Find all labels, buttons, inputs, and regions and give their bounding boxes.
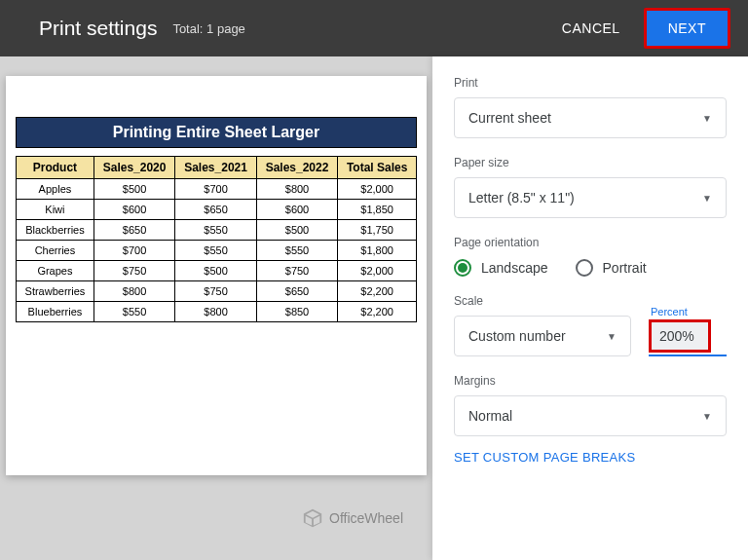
table-cell: $500 [94,179,174,200]
table-cell: Apples [17,179,94,200]
margins-label: Margins [454,374,727,388]
table-cell: $600 [94,200,174,220]
table-cell: $1,850 [338,200,417,220]
table-cell: $700 [175,179,256,200]
table-cell: $800 [256,179,337,200]
table-cell: $550 [94,302,174,322]
table-row: Apples$500$700$800$2,000 [17,179,417,200]
table-cell: $650 [94,220,174,241]
table-cell: $2,200 [338,281,417,302]
print-preview-area: Printing Entire Sheet Larger ProductSale… [0,56,432,560]
percent-label: Percent [651,306,688,317]
scale-dropdown[interactable]: Custom number ▼ [454,316,631,356]
table-cell: $800 [175,302,256,322]
cancel-button[interactable]: CANCEL [546,13,636,44]
print-dropdown[interactable]: Current sheet ▼ [454,97,727,138]
table-cell: $850 [256,302,337,322]
table-cell: $2,000 [338,261,417,281]
table-cell: Blackberries [17,220,94,241]
portrait-label: Portrait [603,260,647,276]
table-cell: $500 [175,261,256,281]
chevron-down-icon: ▼ [607,331,617,342]
radio-checked-icon [454,259,471,277]
table-row: Grapes$750$500$750$2,000 [17,261,417,281]
column-header: Total Sales [338,157,417,179]
table-cell: $1,800 [338,241,417,261]
orientation-landscape-radio[interactable]: Landscape [454,259,548,277]
preview-table: ProductSales_2020Sales_2021Sales_2022Tot… [16,156,417,322]
table-cell: $2,200 [338,302,417,322]
column-header: Product [17,157,94,179]
table-cell: $750 [94,261,174,281]
paper-size-value: Letter (8.5" x 11") [468,190,575,205]
table-cell: $700 [94,241,174,261]
table-cell: $750 [256,261,337,281]
logo-icon [302,507,323,529]
paper-size-label: Paper size [454,156,727,169]
table-row: Blueberries$550$800$850$2,200 [17,302,417,322]
table-row: Cherries$700$550$550$1,800 [17,241,417,261]
column-header: Sales_2020 [94,157,174,179]
table-cell: $2,000 [338,179,417,200]
table-cell: Strawberries [17,281,94,302]
table-cell: $750 [175,281,256,302]
landscape-label: Landscape [481,260,548,276]
page-title: Print settings [39,17,157,40]
table-row: Strawberries$800$750$650$2,200 [17,281,417,302]
table-cell: $1,750 [338,220,417,241]
table-cell: $800 [94,281,174,302]
table-cell: Kiwi [17,200,94,220]
table-row: Kiwi$600$650$600$1,850 [17,200,417,220]
table-cell: Blueberries [17,302,94,322]
table-cell: Cherries [17,241,94,261]
scale-label: Scale [454,294,631,308]
orientation-label: Page orientation [454,236,727,249]
chevron-down-icon: ▼ [702,193,712,204]
column-header: Sales_2021 [175,157,256,179]
watermark: OfficeWheel [302,507,403,529]
table-cell: $550 [256,241,337,261]
percent-input[interactable]: 200% [649,319,711,353]
radio-unchecked-icon [576,259,593,277]
orientation-portrait-radio[interactable]: Portrait [576,259,647,277]
column-header: Sales_2022 [256,157,337,179]
table-cell: $550 [175,241,256,261]
top-bar: Print settings Total: 1 page CANCEL NEXT [0,0,748,56]
table-cell: $500 [256,220,337,241]
margins-value: Normal [468,408,512,424]
paper-size-dropdown[interactable]: Letter (8.5" x 11") ▼ [454,177,727,218]
preview-page: Printing Entire Sheet Larger ProductSale… [6,76,427,475]
watermark-text: OfficeWheel [329,510,403,526]
page-count: Total: 1 page [172,21,244,36]
table-cell: $600 [256,200,337,220]
next-button[interactable]: NEXT [644,8,730,49]
print-label: Print [454,76,727,90]
table-cell: $650 [256,281,337,302]
chevron-down-icon: ▼ [702,411,712,422]
margins-dropdown[interactable]: Normal ▼ [454,395,727,436]
table-cell: Grapes [17,261,94,281]
print-dropdown-value: Current sheet [468,110,551,126]
table-cell: $650 [175,200,256,220]
set-custom-page-breaks-link[interactable]: SET CUSTOM PAGE BREAKS [454,450,727,465]
scale-value: Custom number [468,328,566,344]
table-cell: $550 [175,220,256,241]
settings-panel: Print Current sheet ▼ Paper size Letter … [432,56,748,560]
chevron-down-icon: ▼ [702,113,712,124]
sheet-title: Printing Entire Sheet Larger [16,117,417,148]
table-row: Blackberries$650$550$500$1,750 [17,220,417,241]
